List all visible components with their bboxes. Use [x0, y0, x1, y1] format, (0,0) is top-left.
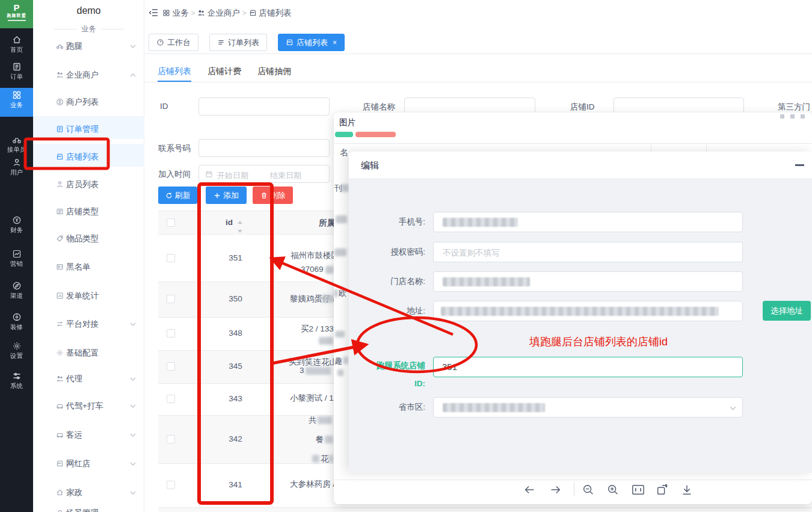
image-thumbnail[interactable]: [355, 132, 396, 137]
row-checkbox[interactable]: [167, 435, 175, 443]
menu-item-scene-management[interactable]: 场景管理: [33, 505, 144, 512]
car-icon: [56, 402, 64, 410]
image-thumbnail[interactable]: [335, 132, 353, 137]
rail-item-system[interactable]: 系统: [0, 371, 33, 396]
rail-item-label: 设置: [1, 351, 32, 360]
row-checkbox[interactable]: [167, 395, 175, 403]
menu-item-order-management[interactable]: 订单管理: [33, 122, 144, 137]
dialog-max-icon[interactable]: [790, 114, 795, 119]
next-image-icon[interactable]: [549, 483, 562, 496]
rotate-icon[interactable]: [656, 483, 669, 496]
actual-size-icon[interactable]: [631, 483, 645, 496]
clerk-icon: [56, 180, 64, 188]
rail-item-label: 营销: [1, 259, 32, 268]
rail-item-orders[interactable]: 订单: [0, 62, 33, 87]
rail-item-label: 首页: [1, 45, 32, 54]
menu-item-driving-taxi[interactable]: 代驾+打车: [33, 398, 144, 414]
shop-icon: [249, 9, 257, 17]
menu-item-shop-type[interactable]: 店铺类型: [33, 204, 144, 220]
content-tab-shop-billing[interactable]: 店铺计费: [208, 66, 241, 77]
choose-address-button[interactable]: 选择地址: [763, 301, 811, 321]
id-column-header[interactable]: id: [226, 218, 233, 227]
bus-icon: [56, 431, 64, 439]
region-label: 省市区:: [353, 402, 425, 413]
content-tab-shop-commission[interactable]: 店铺抽佣: [257, 66, 291, 77]
chevron-down-icon: [130, 377, 136, 381]
rail-item-couriers[interactable]: 接单员: [0, 135, 33, 160]
row-checkbox[interactable]: [167, 254, 175, 262]
rail-item-channels[interactable]: 渠道: [0, 281, 33, 306]
add-button[interactable]: 添加: [206, 187, 247, 204]
tab-order-list[interactable]: 订单列表: [209, 34, 267, 51]
scene-icon: [56, 509, 64, 512]
phone-input[interactable]: [433, 212, 743, 232]
rail-item-settings[interactable]: 设置: [0, 341, 33, 366]
sort-icons[interactable]: [238, 217, 242, 235]
rail-item-label: 用户: [1, 168, 32, 176]
row-checkbox[interactable]: [167, 295, 175, 303]
menu-item-clerk-list[interactable]: 店员列表: [33, 177, 144, 193]
row-merchant: 餐: [316, 434, 324, 445]
row-merchant: 共: [309, 415, 317, 426]
rail-item-finance[interactable]: 财务: [0, 215, 33, 241]
prev-image-icon[interactable]: [523, 483, 537, 496]
filter-id-label: ID: [160, 102, 168, 111]
menu-item-basic-config[interactable]: 基础配置: [33, 345, 144, 361]
menu-item-blacklist[interactable]: 黑名单: [33, 259, 144, 275]
rail-item-marketing[interactable]: 营销: [0, 249, 33, 274]
menu-item-housekeeping[interactable]: 家政: [33, 485, 144, 501]
filter-join-time-label: 加入时间: [158, 169, 191, 180]
filter-date-range-input[interactable]: 开始日期 结束日期: [198, 165, 330, 183]
download-icon[interactable]: [680, 483, 694, 496]
menu-item-dispatch-stats[interactable]: 发单统计: [33, 288, 144, 304]
menu-item-influencer-shop[interactable]: 网红店: [33, 456, 144, 472]
close-tab-icon[interactable]: ×: [333, 39, 337, 47]
menu-item-shop-list[interactable]: 店铺列表: [33, 149, 144, 165]
filter-shop-name-label: 店铺名称: [363, 102, 395, 113]
menu-item-agents[interactable]: 代理: [33, 371, 144, 387]
text-fragment: 趣: [334, 356, 342, 366]
row-checkbox[interactable]: [167, 362, 175, 371]
collapse-sidebar-icon[interactable]: [149, 8, 158, 17]
refresh-button[interactable]: 刷新: [158, 187, 197, 204]
menu-item-merchant-list[interactable]: 商户列表: [33, 94, 144, 110]
tab-shop-list-active[interactable]: 店铺列表×: [278, 34, 345, 51]
paotui-shop-id-value: 351: [442, 362, 457, 372]
chart-icon: [12, 249, 22, 259]
minimize-icon[interactable]: [795, 164, 804, 166]
breadcrumb-item[interactable]: 企业商户: [208, 8, 240, 17]
filter-id-input[interactable]: [198, 97, 330, 116]
people-icon: [197, 9, 205, 17]
menu-item-platform-connect[interactable]: 平台对接: [33, 316, 144, 332]
paotui-shop-id-input[interactable]: 351: [433, 357, 743, 377]
logo-letter: P: [0, 0, 33, 13]
zoom-out-icon[interactable]: [582, 483, 595, 496]
rail-item-home[interactable]: 首页: [0, 35, 33, 60]
delete-button[interactable]: 删除: [253, 187, 293, 204]
row-checkbox[interactable]: [167, 329, 175, 338]
menu-item-item-type[interactable]: 物品类型: [33, 231, 144, 247]
breadcrumb-item[interactable]: 店铺列表: [259, 8, 291, 17]
menu-item-enterprise-merchants[interactable]: 企业商户: [33, 67, 144, 83]
breadcrumb-item[interactable]: 业务: [173, 8, 189, 17]
address-input[interactable]: [433, 301, 743, 321]
phone-label: 手机号:: [353, 217, 425, 227]
menu-item-paotui[interactable]: 跑腿: [33, 39, 144, 54]
row-merchant: 买到笑连花山: [289, 357, 337, 368]
tab-workbench[interactable]: 工作台: [149, 34, 198, 51]
region-select[interactable]: [433, 397, 743, 418]
dialog-min-icon[interactable]: [780, 114, 784, 119]
rail-item-decoration[interactable]: 装修: [0, 312, 33, 338]
row-checkbox[interactable]: [167, 481, 175, 489]
select-all-checkbox[interactable]: [167, 218, 175, 227]
filter-contact-input[interactable]: [198, 139, 330, 157]
rail-item-users[interactable]: 用户: [0, 158, 33, 183]
dialog-close-icon[interactable]: [801, 114, 805, 119]
content-tab-shop-list[interactable]: 店铺列表: [158, 66, 191, 77]
zoom-in-icon[interactable]: [606, 483, 620, 496]
rail-item-business[interactable]: 业务: [0, 88, 33, 117]
store-name-input[interactable]: [433, 271, 743, 292]
chevron-down-icon: [130, 404, 136, 408]
menu-item-passenger-transport[interactable]: 客运: [33, 427, 144, 443]
password-input[interactable]: 不设置则不填写: [433, 242, 743, 262]
